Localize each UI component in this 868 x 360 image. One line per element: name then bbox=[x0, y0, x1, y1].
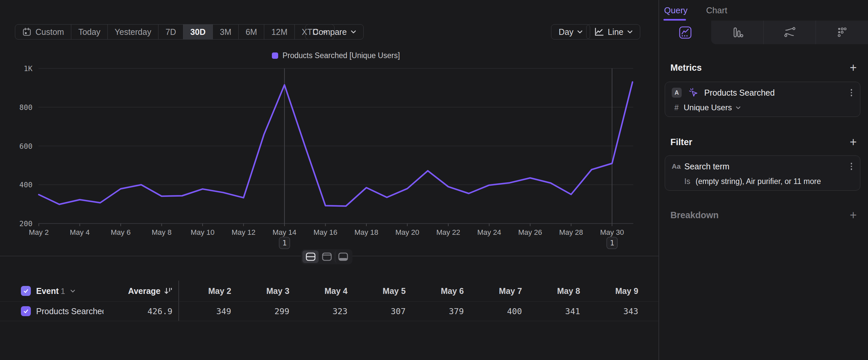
range-button-7d[interactable]: 7D bbox=[158, 25, 183, 39]
split-view-button[interactable] bbox=[302, 250, 319, 263]
granularity-label: Day bbox=[559, 27, 573, 37]
x-tick-may-2: May 2 bbox=[29, 228, 49, 237]
chart-x-axis-labels: May 2May 4May 6May 8May 10May 12May 14Ma… bbox=[29, 223, 624, 237]
chart-type-button[interactable]: Line bbox=[586, 24, 640, 39]
y-tick-200: 200 bbox=[19, 220, 32, 228]
table-row[interactable]: Products Searched [Un... 426.9 349299323… bbox=[0, 301, 658, 321]
results-table: Event1 Average May 2May 3May 4May 5May 6… bbox=[0, 281, 658, 321]
add-breakdown-button[interactable]: + bbox=[850, 209, 857, 221]
row-average-cell: 426.9 bbox=[103, 307, 178, 316]
legend-swatch bbox=[272, 53, 278, 59]
range-button-today[interactable]: Today bbox=[71, 25, 108, 39]
metrics-title: Metrics bbox=[671, 63, 702, 73]
date-column-header[interactable]: May 2 bbox=[178, 281, 237, 301]
select-all-checkbox[interactable] bbox=[21, 286, 31, 296]
y-tick-1K: 1K bbox=[24, 64, 33, 73]
range-button-label: Today bbox=[78, 27, 100, 37]
range-button-30d[interactable]: 30D bbox=[183, 25, 213, 39]
chevron-down-icon bbox=[627, 30, 632, 33]
range-button-custom[interactable]: Custom bbox=[15, 25, 71, 39]
analytics-app: CustomTodayYesterday7D30D3M6M12MXTD Comp… bbox=[0, 0, 868, 360]
range-button-12m[interactable]: 12M bbox=[264, 25, 295, 39]
average-value: 426.9 bbox=[148, 307, 173, 316]
row-name: Products Searched [Un... bbox=[36, 307, 103, 316]
retention-grid-icon bbox=[835, 25, 849, 40]
average-header-cell[interactable]: Average bbox=[103, 286, 178, 296]
hash-icon: # bbox=[674, 103, 684, 112]
tab-chart[interactable]: Chart bbox=[706, 5, 727, 16]
metric-card[interactable]: A Products Searched # Unique Users bbox=[665, 82, 860, 117]
tab-query[interactable]: Query bbox=[664, 5, 688, 16]
add-filter-button[interactable]: + bbox=[850, 136, 857, 148]
x-tick-may-12: May 12 bbox=[231, 228, 255, 237]
chart-type-label: Line bbox=[608, 27, 623, 37]
cell-value: 323 bbox=[295, 302, 353, 321]
legend-item[interactable]: Products Searched [Unique Users] bbox=[272, 51, 400, 60]
cell-value: 299 bbox=[237, 302, 294, 321]
x-tick-may-10: May 10 bbox=[191, 228, 215, 237]
range-button-6m[interactable]: 6M bbox=[239, 25, 265, 39]
x-tick-may-4: May 4 bbox=[70, 228, 90, 237]
filter-menu-icon[interactable] bbox=[849, 161, 854, 171]
breakdown-title: Breakdown bbox=[671, 210, 719, 221]
annotation-badges[interactable]: 11 bbox=[279, 237, 617, 249]
date-column-header[interactable]: May 9 bbox=[586, 286, 644, 296]
average-label: Average bbox=[128, 286, 160, 296]
compare-button[interactable]: Compare bbox=[305, 24, 364, 39]
chart-only-view-button[interactable] bbox=[319, 250, 335, 263]
date-column-header[interactable]: May 5 bbox=[353, 286, 411, 296]
cell-value: 307 bbox=[353, 302, 411, 321]
event-spark-icon bbox=[688, 87, 699, 98]
range-button-label: 30D bbox=[190, 27, 206, 37]
x-tick-may-22: May 22 bbox=[436, 228, 460, 237]
series-line[interactable] bbox=[39, 82, 632, 206]
chevron-down-icon[interactable] bbox=[70, 289, 75, 293]
annotation-badge-count: 1 bbox=[282, 239, 286, 247]
filter-card[interactable]: Aa Search term Is (empty string), Air pu… bbox=[665, 156, 860, 191]
date-column-header[interactable]: May 4 bbox=[295, 286, 353, 296]
chevron-down-icon bbox=[577, 30, 583, 33]
check-icon bbox=[23, 308, 29, 314]
range-button-yesterday[interactable]: Yesterday bbox=[108, 25, 158, 39]
cell-value: 341 bbox=[527, 302, 585, 321]
tab-retention-grid[interactable] bbox=[816, 21, 868, 44]
range-button-label: Yesterday bbox=[115, 27, 151, 37]
split-view-icon bbox=[306, 252, 316, 261]
metric-menu-icon[interactable] bbox=[849, 88, 854, 98]
annotation-badge-count: 1 bbox=[610, 239, 614, 247]
row-name-cell: Products Searched [Un... bbox=[0, 306, 103, 316]
chevron-down-icon bbox=[736, 106, 741, 109]
query-sidebar: Query Chart bbox=[659, 0, 868, 360]
filter-condition-row[interactable]: Is (empty string), Air purifier, or 11 m… bbox=[672, 176, 854, 187]
tab-insights-chart[interactable] bbox=[659, 21, 711, 44]
add-metric-button[interactable]: + bbox=[850, 62, 857, 74]
filter-property-name: Search term bbox=[684, 162, 730, 171]
date-column-header[interactable]: May 7 bbox=[469, 286, 527, 296]
date-column-header[interactable]: May 8 bbox=[527, 286, 585, 296]
filter-section-header: Filter + bbox=[671, 136, 857, 148]
table-only-icon bbox=[338, 252, 348, 261]
line-chart[interactable]: 1K800600400200 May 2May 4May 6May 8May 1… bbox=[0, 63, 659, 256]
sort-descending-icon[interactable] bbox=[164, 287, 173, 295]
row-checkbox[interactable] bbox=[21, 306, 31, 316]
range-button-label: 3M bbox=[220, 27, 231, 37]
check-icon bbox=[23, 287, 29, 294]
date-column-header[interactable]: May 3 bbox=[237, 286, 294, 296]
range-button-label: 12M bbox=[271, 27, 287, 37]
metric-aggregation-row[interactable]: # Unique Users bbox=[672, 102, 854, 113]
chart-only-icon bbox=[322, 252, 332, 261]
tab-bar-chart[interactable] bbox=[711, 21, 763, 44]
range-button-3m[interactable]: 3M bbox=[213, 25, 239, 39]
event-label: Event bbox=[36, 286, 59, 296]
x-tick-may-6: May 6 bbox=[111, 228, 131, 237]
flows-icon bbox=[782, 25, 797, 40]
granularity-button[interactable]: Day bbox=[551, 24, 590, 39]
tab-flows[interactable] bbox=[763, 21, 816, 44]
event-count: 1 bbox=[61, 286, 65, 296]
cell-value: 400 bbox=[469, 302, 527, 321]
table-only-view-button[interactable] bbox=[335, 250, 351, 263]
legend-label: Products Searched [Unique Users] bbox=[282, 51, 400, 60]
filter-card-row: Aa Search term bbox=[672, 160, 854, 173]
date-column-header[interactable]: May 6 bbox=[411, 286, 469, 296]
aggregation-label: Unique Users bbox=[684, 103, 732, 112]
